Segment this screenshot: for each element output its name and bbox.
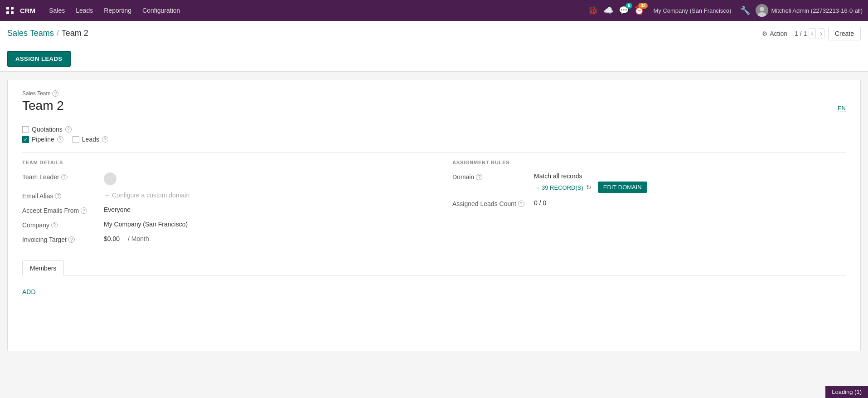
members-content: ADD xyxy=(22,275,846,295)
members-tab[interactable]: Members xyxy=(22,260,64,275)
right-column: ASSIGNMENT RULES Domain ? Match all reco… xyxy=(434,160,846,250)
discuss-icon[interactable]: ☁️ xyxy=(603,5,613,15)
breadcrumb-actions: ⚙ Action 1 / 1 ‹ › Create xyxy=(758,27,861,40)
tabs-row: Members xyxy=(22,260,846,275)
pipeline-checkbox-item: Pipeline ? xyxy=(22,136,63,143)
action-button[interactable]: ⚙ Action xyxy=(758,28,791,39)
sales-team-label: Sales Team ? xyxy=(22,90,846,97)
bug-icon[interactable]: 🐞 xyxy=(588,5,598,15)
invoicing-target-label: Invoicing Target ? xyxy=(22,235,104,243)
create-button[interactable]: Create xyxy=(828,27,861,40)
app-name: CRM xyxy=(20,7,35,15)
arrow-right-icon: → xyxy=(534,184,540,191)
company-label: Company ? xyxy=(22,221,104,229)
pager-next[interactable]: › xyxy=(818,28,824,39)
form-header: Sales Team ? Team 2 EN xyxy=(22,90,846,118)
invoicing-target-value[interactable]: $0.00 / Month xyxy=(104,235,416,242)
leads-checkbox-item: Leads ? xyxy=(73,136,108,143)
activity-badge: 32 xyxy=(638,3,648,9)
svg-rect-3 xyxy=(11,11,14,14)
svg-rect-0 xyxy=(6,7,9,10)
quotations-label: Quotations xyxy=(32,126,63,133)
pipeline-help-icon: ? xyxy=(57,136,63,142)
email-alias-label: Email Alias ? xyxy=(22,192,104,200)
accept-emails-help-icon: ? xyxy=(81,207,87,214)
invoicing-target-help-icon: ? xyxy=(68,236,75,243)
accept-emails-value[interactable]: Everyone xyxy=(104,206,416,213)
assigned-leads-label: Assigned Leads Count ? xyxy=(452,199,534,207)
quotations-checkbox[interactable] xyxy=(22,126,29,133)
leads-label: Leads xyxy=(82,136,99,143)
refresh-icon[interactable]: ↻ xyxy=(586,184,592,191)
user-avatar xyxy=(756,4,768,17)
email-alias-row: Email Alias ? → Configure a custom domai… xyxy=(22,192,416,200)
accept-emails-row: Accept Emails From ? Everyone xyxy=(22,206,416,214)
team-leader-value[interactable] xyxy=(104,172,416,185)
nav-reporting[interactable]: Reporting xyxy=(99,5,136,16)
team-name[interactable]: Team 2 xyxy=(22,98,64,113)
records-link[interactable]: → 39 RECORD(S) xyxy=(534,184,583,191)
pager-prev[interactable]: ‹ xyxy=(809,28,815,39)
assigned-leads-value: 0 / 0 xyxy=(534,199,846,206)
pipeline-checkbox[interactable] xyxy=(22,136,29,143)
chat-icon[interactable]: 💬 6 xyxy=(619,5,629,15)
gear-icon: ⚙ xyxy=(762,30,768,37)
email-alias-value[interactable]: → Configure a custom domain xyxy=(104,192,189,199)
company-help-icon: ? xyxy=(51,222,58,228)
form-card: Sales Team ? Team 2 EN Quotations ? Pipe… xyxy=(7,79,861,351)
team-leader-row: Team Leader ? xyxy=(22,172,416,185)
domain-label: Domain ? xyxy=(452,172,534,181)
checkboxes-row: Quotations ? xyxy=(22,126,846,133)
pipeline-label: Pipeline xyxy=(32,136,54,143)
quotations-checkbox-item: Quotations ? xyxy=(22,126,72,133)
nav-sales[interactable]: Sales xyxy=(44,5,69,16)
domain-help-icon: ? xyxy=(476,174,482,180)
breadcrumb: Sales Teams / Team 2 xyxy=(7,29,758,38)
assignment-rules-title: ASSIGNMENT RULES xyxy=(452,160,846,165)
leads-checkbox[interactable] xyxy=(73,136,79,143)
invoicing-target-row: Invoicing Target ? $0.00 / Month xyxy=(22,235,416,243)
two-col-layout: TEAM DETAILS Team Leader ? Email Alias ? xyxy=(22,160,846,250)
pager-label: 1 / 1 xyxy=(795,30,807,37)
language-badge[interactable]: EN xyxy=(838,105,846,112)
assign-leads-button[interactable]: ASSIGN LEADS xyxy=(7,51,71,67)
team-leader-avatar xyxy=(104,172,116,185)
company-row: Company ? My Company (San Francisco) xyxy=(22,221,416,229)
breadcrumb-separator: / xyxy=(57,29,59,38)
domain-row: Domain ? Match all records → 39 RECORD(S… xyxy=(452,172,846,193)
add-link[interactable]: ADD xyxy=(22,288,36,295)
team-leader-label: Team Leader ? xyxy=(22,172,104,181)
breadcrumb-current: Team 2 xyxy=(62,29,88,38)
pipeline-checkboxes-row: Pipeline ? Leads ? xyxy=(22,136,846,143)
quotations-help-icon: ? xyxy=(65,126,72,133)
edit-domain-button[interactable]: EDIT DOMAIN xyxy=(598,182,647,193)
svg-rect-2 xyxy=(6,11,9,14)
left-column: TEAM DETAILS Team Leader ? Email Alias ? xyxy=(22,160,434,250)
top-nav: CRM Sales Leads Reporting Configuration … xyxy=(0,0,868,21)
arrow-right-icon: → xyxy=(104,192,110,199)
chat-badge: 6 xyxy=(626,3,633,9)
user-menu[interactable]: Mitchell Admin (22732213-16-0-all) xyxy=(756,4,863,17)
breadcrumb-bar: Sales Teams / Team 2 ⚙ Action 1 / 1 ‹ › … xyxy=(0,21,868,46)
domain-value: Match all records xyxy=(534,172,846,180)
sales-team-help-icon: ? xyxy=(52,90,58,97)
activity-icon[interactable]: ⏰ 32 xyxy=(634,5,644,15)
company-name: My Company (San Francisco) xyxy=(653,7,731,14)
nav-configuration[interactable]: Configuration xyxy=(138,5,184,16)
app-grid-icon[interactable] xyxy=(5,6,15,15)
action-bar: ASSIGN LEADS xyxy=(0,46,868,72)
main-content: Sales Team ? Team 2 EN Quotations ? Pipe… xyxy=(0,72,868,359)
domain-value-container: Match all records → 39 RECORD(S) ↻ EDIT … xyxy=(534,172,846,193)
breadcrumb-parent[interactable]: Sales Teams xyxy=(7,29,54,38)
svg-point-5 xyxy=(760,7,764,11)
leads-help-icon: ? xyxy=(102,136,108,142)
company-value[interactable]: My Company (San Francisco) xyxy=(104,221,416,228)
team-leader-help-icon: ? xyxy=(61,174,68,180)
settings-icon[interactable]: 🔧 xyxy=(740,5,750,15)
assigned-leads-help-icon: ? xyxy=(518,201,524,207)
assigned-leads-row: Assigned Leads Count ? 0 / 0 xyxy=(452,199,846,207)
nav-leads[interactable]: Leads xyxy=(71,5,97,16)
user-name: Mitchell Admin (22732213-16-0-all) xyxy=(771,7,863,14)
email-alias-help-icon: ? xyxy=(55,193,61,199)
team-details-title: TEAM DETAILS xyxy=(22,160,416,165)
